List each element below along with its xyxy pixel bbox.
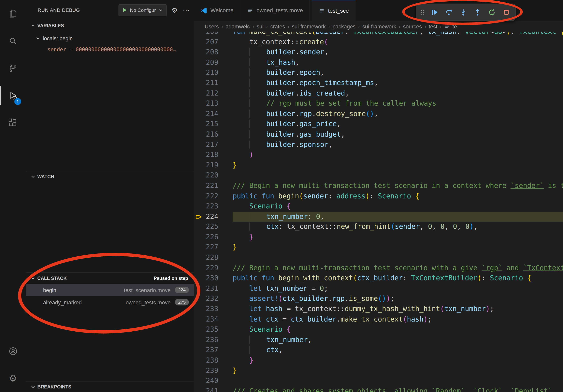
stop-button[interactable] (500, 6, 512, 18)
start-debugging-icon (122, 7, 128, 13)
tab-test-scenario[interactable]: test_sce (312, 0, 356, 21)
line-number[interactable]: 240 (194, 376, 233, 386)
debug-toolbar (416, 3, 516, 21)
line-number[interactable]: 236 (194, 335, 233, 345)
line-number[interactable]: 223 (194, 201, 233, 211)
code-text: let hash = tx_context::dummy_tx_hash_wit… (232, 304, 563, 314)
call-stack-frame[interactable]: already_marked owned_tests.move 275 (26, 296, 194, 308)
line-number[interactable]: 209 (194, 57, 233, 68)
code-text: /// Begin a new multi-transaction test s… (232, 181, 563, 191)
breadcrumb-item[interactable]: sui-framework (362, 23, 396, 29)
tab-welcome[interactable]: Welcome (194, 0, 240, 21)
line-number[interactable]: 239 (194, 366, 233, 376)
breakpoints-section-header[interactable]: BREAKPOINTS (26, 381, 194, 392)
code-text: let ctx = ctx_builder.make_tx_context(ha… (232, 314, 563, 325)
line-number[interactable]: 225 (194, 222, 233, 232)
breadcrumb-item[interactable]: sources (403, 23, 422, 29)
line-number[interactable]: 235 (194, 325, 233, 335)
code-editor[interactable]: 206fun make_tx_context(builder: TxContex… (194, 32, 563, 392)
code-text: builder.gas_price, (232, 119, 563, 129)
call-stack-section-header[interactable]: CALL STACK Paused on step (26, 272, 194, 284)
step-into-button[interactable] (457, 6, 469, 18)
settings-gear-icon[interactable]: ⚙ (0, 365, 26, 392)
code-text: ctx, (232, 345, 563, 355)
debug-config-dropdown[interactable]: No Configur (118, 4, 166, 16)
line-number[interactable]: 220 (194, 170, 233, 181)
line-number[interactable]: 221 (194, 181, 233, 191)
extensions-icon[interactable] (0, 109, 26, 136)
line-number[interactable]: 206 (194, 32, 233, 37)
code-line: 232 assert!(ctx_builder.rgp.is_some()); (194, 294, 563, 304)
breadcrumb-item[interactable]: crates (270, 23, 285, 29)
search-icon[interactable] (0, 27, 26, 54)
accounts-icon[interactable] (0, 337, 26, 365)
code-line: 222public fun begin(sender: address): Sc… (194, 191, 563, 201)
line-number[interactable]: 226 (194, 232, 233, 242)
breadcrumb: Users › adamwelc › sui › crates › sui-fr… (194, 21, 563, 32)
line-number[interactable]: 216 (194, 129, 233, 140)
code-text: builder.gas_budget, (232, 129, 563, 140)
line-number[interactable]: 210 (194, 68, 233, 78)
code-line: 213 // rgp must be set from the caller a… (194, 99, 563, 109)
continue-button[interactable] (428, 6, 440, 18)
line-number[interactable]: 237 (194, 345, 233, 355)
code-line: 240 (194, 376, 563, 386)
breadcrumb-item[interactable]: Users (205, 23, 219, 29)
activity-bar: 1 ⚙ (0, 0, 26, 392)
call-stack-frame[interactable]: begin test_scenario.move 224 (26, 284, 194, 296)
code-text: let txn_number = 0; (232, 283, 563, 294)
variable-row[interactable]: sender = 0000000000000000000000000000000… (26, 44, 194, 55)
variables-section-header[interactable]: VARIABLES (26, 20, 194, 31)
line-number[interactable]: 230 (194, 273, 233, 283)
breadcrumb-item[interactable]: sui (257, 23, 264, 29)
restart-button[interactable] (486, 6, 498, 18)
line-number[interactable]: 227 (194, 242, 233, 253)
breadcrumb-item[interactable]: packages (333, 23, 356, 29)
code-lines: 206fun make_tx_context(builder: TxContex… (194, 32, 563, 392)
code-line: 221/// Begin a new multi-transaction tes… (194, 181, 563, 191)
line-number[interactable]: 222 (194, 191, 233, 201)
breadcrumb-item[interactable]: adamwelc (226, 23, 250, 29)
more-actions-icon[interactable]: ⋯ (183, 7, 190, 14)
line-number[interactable]: 213 (194, 99, 233, 109)
code-text (232, 376, 563, 386)
code-line: 227} (194, 242, 563, 253)
line-number[interactable]: 241 (194, 386, 233, 392)
line-number[interactable]: 207 (194, 37, 233, 47)
debug-gear-icon[interactable]: ⚙ (172, 7, 178, 14)
step-over-button[interactable] (443, 6, 455, 18)
line-number[interactable]: 229 (194, 263, 233, 273)
run-and-debug-icon[interactable]: 1 (0, 82, 26, 109)
code-text: ) (232, 150, 563, 160)
line-number[interactable]: 208 (194, 47, 233, 57)
step-out-button[interactable] (472, 6, 484, 18)
stop-icon (502, 8, 510, 16)
breadcrumb-item[interactable]: te (452, 23, 457, 29)
code-line: 212 builder.ids_created, (194, 88, 563, 99)
line-number[interactable]: 232 (194, 294, 233, 304)
watch-section-header[interactable]: WATCH (26, 171, 194, 182)
line-number[interactable]: 238 (194, 355, 233, 366)
line-number[interactable]: 215 (194, 119, 233, 129)
source-control-icon[interactable] (0, 55, 26, 82)
line-number[interactable]: 231 (194, 283, 233, 294)
variables-scope-row[interactable]: locals: begin (26, 32, 194, 44)
explorer-icon[interactable] (0, 0, 26, 27)
code-text: fun make_tx_context(builder: TxContextBu… (232, 32, 563, 37)
breadcrumb-item[interactable]: test (429, 23, 437, 29)
breadcrumb-item[interactable]: sui-framework (292, 23, 325, 29)
breadcrumb-separator: › (440, 23, 442, 29)
line-number[interactable]: 233 (194, 304, 233, 314)
line-number[interactable]: 219 (194, 160, 233, 170)
line-number[interactable]: 218 (194, 150, 233, 160)
line-number[interactable]: 211 (194, 78, 233, 88)
line-number[interactable]: 212 (194, 88, 233, 99)
code-text: txn_number, (232, 335, 563, 345)
line-number[interactable]: 224 (194, 212, 233, 222)
line-number[interactable]: 214 (194, 109, 233, 119)
line-number[interactable]: 228 (194, 253, 233, 263)
line-number[interactable]: 217 (194, 140, 233, 150)
line-number[interactable]: 234 (194, 314, 233, 325)
toolbar-drag-handle[interactable] (419, 6, 426, 18)
tab-owned-tests[interactable]: owned_tests.move (240, 0, 310, 21)
